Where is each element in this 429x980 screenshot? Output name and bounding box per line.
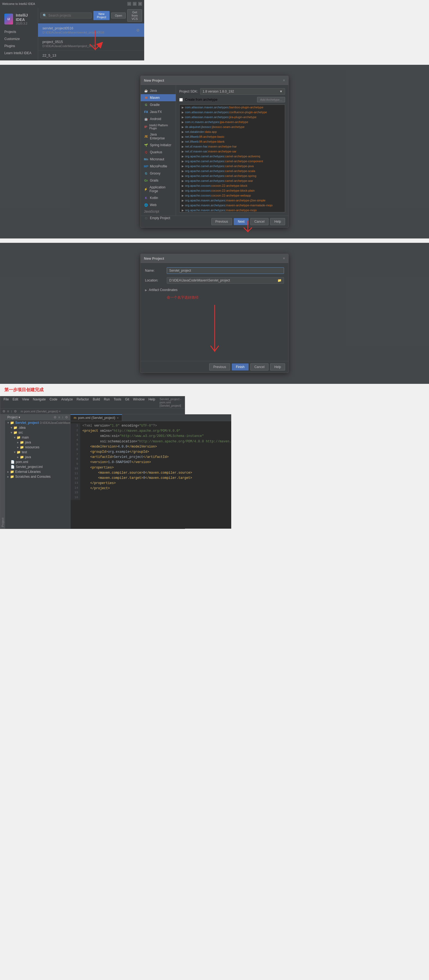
finish-button[interactable]: Finish (232, 363, 249, 371)
archetype-item-14[interactable]: ▶ org.apache.camel.archetypes:camel-arch… (180, 173, 285, 178)
archetype-item-20[interactable]: ▶ org.apache.maven.archetypes:maven-arch… (180, 203, 285, 208)
tree-item-test[interactable]: ▾ 📁 test (5, 450, 70, 455)
archetype-item-0[interactable]: ▶ com.atlassian.maven.archetypes:bamboo-… (180, 105, 285, 110)
menu-refactor[interactable]: Refactor (75, 397, 91, 408)
type-java-enterprise[interactable]: JE Java Enterprise (141, 131, 176, 142)
search-input[interactable] (48, 14, 89, 18)
archetype-item-15[interactable]: ▶ org.apache.camel.archetypes:camel-arch… (180, 178, 285, 183)
archetype-item-13[interactable]: ▶ org.apache.camel.archetypes:camel-arch… (180, 169, 285, 173)
tree-folder-src: 📁 (13, 431, 17, 434)
archetype-item-19[interactable]: ▶ org.apache.maven.archetypes:maven-arch… (180, 198, 285, 203)
previous-button-1[interactable]: Previous (211, 218, 232, 225)
help-button-2[interactable]: Help (270, 363, 285, 371)
type-quarkus[interactable]: Q Quarkus (141, 149, 176, 156)
archetype-item-4[interactable]: ▶ de.akquinet.jbosscc:jbosscc-seam-arche… (180, 124, 285, 129)
menu-git[interactable]: Git (124, 397, 131, 408)
pom-tab-close[interactable]: × (117, 416, 119, 420)
tree-item-root[interactable]: ▾ 📁 Servlet_project D:\IDEA\JavaCode\Mav… (5, 420, 70, 425)
tree-item-main[interactable]: ▾ 📁 main (5, 435, 70, 440)
artifact-coordinates-toggle[interactable]: ▶ Artifact Coordinates (145, 287, 284, 293)
sdk-select[interactable]: 1.8 version 1.8.0_192 ▼ (200, 88, 285, 95)
panel-icon-gear[interactable]: ⚙ (65, 415, 68, 419)
menu-code[interactable]: Code (48, 397, 59, 408)
tree-item-java[interactable]: ▸ 📁 java (5, 440, 70, 445)
tree-item-test-java[interactable]: ▸ 📁 java (5, 455, 70, 460)
type-java[interactable]: ☕ Java (141, 87, 176, 94)
cancel-button-2[interactable]: Cancel (250, 363, 269, 371)
location-input[interactable]: D:\IDEA\JavaCode\Maven\Servlet_project 📁 (167, 277, 284, 284)
archetype-item-7[interactable]: ▶ net.liftweb:lift-archetype-blank (180, 139, 285, 144)
get-from-vcs-button[interactable]: Get from VCS (127, 9, 142, 22)
menu-build[interactable]: Build (91, 397, 102, 408)
archetype-item-18[interactable]: ▶ org.apache.cocoon:cocoon-22-archetype-… (180, 193, 285, 198)
type-grails[interactable]: Gr Grails (141, 177, 176, 184)
type-spring[interactable]: 🌱 Spring Initializr (141, 142, 176, 149)
add-archetype-button[interactable]: Add Archetype... (257, 97, 285, 102)
editor-tab-pom[interactable]: m pom.xml (Servlet_project) × (70, 414, 122, 421)
menu-run[interactable]: Run (102, 397, 111, 408)
type-microprofile[interactable]: MP MicroProfile (141, 163, 176, 170)
panel-icon-list[interactable]: ≡ (58, 415, 60, 419)
archetype-item-12[interactable]: ▶ org.apache.camel.archetypes:camel-arch… (180, 164, 285, 169)
dialog-close-btn-1[interactable]: × (283, 78, 285, 83)
type-groovy[interactable]: G Groovy (141, 170, 176, 177)
menu-help[interactable]: Help (147, 397, 157, 408)
tree-item-iml[interactable]: 📄 Servlet_project.iml (5, 465, 70, 469)
archetype-item-5[interactable]: ▶ net.databinder:data-app (180, 129, 285, 134)
name-input[interactable] (167, 267, 284, 274)
new-project-button[interactable]: New Project (93, 11, 110, 20)
open-button[interactable]: Open (111, 13, 126, 19)
type-kotlin[interactable]: K Kotlin (141, 194, 176, 202)
tree-item-resources[interactable]: ▸ 📁 resources (5, 445, 70, 450)
panel-icon-settings[interactable]: ⚙ (54, 415, 57, 419)
dialog-close-btn-2[interactable]: × (283, 256, 285, 261)
panel-icon-sort[interactable]: ↕ (62, 415, 64, 419)
type-web[interactable]: 🌐 Web (141, 202, 176, 208)
sidebar-item-projects[interactable]: Projects (0, 28, 38, 35)
archetype-list[interactable]: ▶ com.atlassian.maven.archetypes:bamboo-… (179, 105, 285, 212)
close-button[interactable]: × (138, 2, 142, 6)
menu-file[interactable]: File (2, 397, 10, 408)
help-button-1[interactable]: Help (270, 218, 285, 225)
type-android[interactable]: 🤖 Android (141, 115, 176, 123)
maximize-button[interactable]: □ (133, 2, 137, 6)
archetype-item-10[interactable]: ▶ org.apache.camel.archetypes:camel-arch… (180, 154, 285, 159)
type-maven[interactable]: M Maven (141, 94, 176, 101)
type-empty[interactable]: □ Empty Project (141, 215, 176, 221)
tree-item-pom[interactable]: 📄 pom.xml (5, 460, 70, 465)
menu-edit[interactable]: Edit (11, 397, 20, 408)
archetype-checkbox[interactable] (179, 98, 183, 102)
archetype-item-21[interactable]: ▶ org.apache.maven.archetypes:maven-arch… (180, 208, 285, 212)
minimize-button[interactable]: ─ (127, 2, 131, 6)
archetype-item-8[interactable]: ▶ net.sf.maven-har:maven-archetype-har (180, 144, 285, 149)
archetype-item-3[interactable]: ▶ com.rc.maven.archetypes:jpa-maven-arch… (180, 119, 285, 124)
archetype-item-11[interactable]: ▶ org.apache.camel.archetypes:camel-arch… (180, 159, 285, 164)
sidebar-item-plugins[interactable]: Plugins (0, 43, 38, 49)
archetype-item-1[interactable]: ▶ com.atlassian.maven.archetypes:conflue… (180, 110, 285, 115)
tree-item-ext-libs[interactable]: ▸ 📁 External Libraries (5, 469, 70, 474)
project-vertical-tab[interactable]: Project (0, 414, 5, 529)
archetype-item-9[interactable]: ▶ net.sf.maven-sar:maven-archetype-sar (180, 149, 285, 154)
archetype-item-2[interactable]: ▶ com.atlassian.maven.archetypes:jira-pl… (180, 115, 285, 119)
type-gradle[interactable]: G Gradle (141, 101, 176, 108)
menu-window[interactable]: Window (131, 397, 146, 408)
menu-tools[interactable]: Tools (112, 397, 123, 408)
menu-view[interactable]: View (21, 397, 31, 408)
settings-icon-0[interactable]: ⚙ (136, 28, 140, 32)
type-intellij-plugin[interactable]: IP IntelliJ Platform Plugin (141, 123, 176, 131)
archetype-expand-13: ▶ (182, 170, 184, 173)
archetype-item-6[interactable]: ▶ net.liftweb:lift-archetype-basic (180, 134, 285, 139)
type-appforge[interactable]: ⚡ Application Forge (141, 184, 176, 194)
menu-navigate[interactable]: Navigate (31, 397, 47, 408)
menu-analyze[interactable]: Analyze (60, 397, 75, 408)
archetype-item-17[interactable]: ▶ org.apache.cocoon:cocoon-22-archetype-… (180, 188, 285, 193)
sidebar-item-learn[interactable]: Learn IntelliJ IDEA (0, 49, 38, 57)
archetype-item-16[interactable]: ▶ org.apache.cocoon:cocoon-22-archetype-… (180, 183, 285, 188)
type-javafx[interactable]: FX Java FX (141, 108, 176, 115)
sidebar-item-customize[interactable]: Customize (0, 35, 38, 43)
tree-item-scratches[interactable]: ▸ 📁 Scratches and Consoles (5, 474, 70, 479)
tree-item-src[interactable]: ▾ 📁 src (5, 430, 70, 435)
type-micronaut[interactable]: Mn Micronaut (141, 156, 176, 163)
previous-button-2[interactable]: Previous (209, 363, 230, 371)
tree-item-idea[interactable]: ▾ 📁 .idea (5, 425, 70, 430)
